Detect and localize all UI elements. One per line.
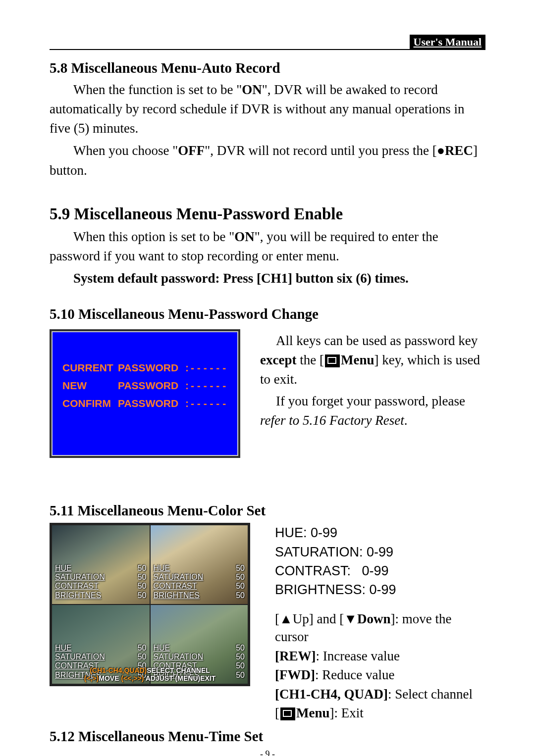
t: [ xyxy=(275,706,279,720)
t: refer to 5.16 Factory Reset xyxy=(260,413,404,428)
t: ] and [ xyxy=(309,611,344,626)
heading-5-9: 5.9 Miscellaneous Menu-Password Enable xyxy=(50,205,485,223)
manual-tag-text: User's Manual xyxy=(414,36,482,48)
t: OFF xyxy=(178,143,205,158)
t: When the function is set to be " xyxy=(73,82,242,97)
para-5-8-1: When the function is set to be "ON", DVR… xyxy=(50,80,485,138)
heading-5-10: 5.10 Miscellaneous Menu-Password Change xyxy=(50,306,485,322)
t: - - - - - - xyxy=(191,380,226,392)
menu-icon xyxy=(280,707,295,720)
t: CONTRAST: 0-99 xyxy=(275,562,485,580)
t: ON xyxy=(234,229,255,244)
heading-5-8: 5.8 Miscellaneous Menu-Auto Record xyxy=(50,60,485,76)
para-5-8-2: When you choose "OFF", DVR will not reco… xyxy=(50,141,485,180)
t: : xyxy=(185,380,189,392)
t: If you forget your password, please xyxy=(276,394,465,408)
quad-2: HUE50SATURATION50CONTRAST50BRIGHTNES50 xyxy=(150,525,249,605)
t: ", DVR will not record until you press t… xyxy=(205,143,436,158)
t: CURRENT xyxy=(62,362,118,374)
t: CONFIRM xyxy=(62,398,118,409)
t: When this option is set to be " xyxy=(73,229,234,244)
colorset-side: HUE: 0-99 SATURATION: 0-99 CONTRAST: 0-9… xyxy=(275,523,485,723)
quad-3: HUE50SATURATION50CONTRAST50BRIGHTNES50 xyxy=(52,605,150,684)
t: : xyxy=(185,362,189,374)
t: SATURATION: 0-99 xyxy=(275,543,485,561)
t: [REW] xyxy=(275,649,316,663)
para-5-9-1: When this option is set to be "ON", you … xyxy=(50,227,485,266)
t: . xyxy=(404,413,408,428)
t: : Increase value xyxy=(316,649,400,663)
t: [FWD] xyxy=(275,667,315,682)
t: When you choose " xyxy=(73,143,178,158)
t: Menu xyxy=(341,353,374,367)
t: : xyxy=(185,398,189,409)
t: : Select channel xyxy=(388,687,473,702)
t: [▲Up xyxy=(275,611,309,626)
header-rule: User's Manual xyxy=(50,35,485,50)
colorset-quad: HUE50SATURATION50CONTRAST50BRIGHTNES50 H… xyxy=(50,523,250,686)
t: PASSWORD xyxy=(118,398,183,409)
pw-row-new: NEW PASSWORD : - - - - - - xyxy=(62,380,228,392)
t: - - - - - - xyxy=(191,362,226,374)
t: NEW xyxy=(62,380,118,392)
page-number: - 9 - xyxy=(0,749,535,756)
t: ]: Exit xyxy=(330,706,364,720)
t: PASSWORD xyxy=(118,362,183,374)
pw-row-current: CURRENT PASSWORD : - - - - - - xyxy=(62,362,228,374)
t: ▼Down xyxy=(344,611,390,626)
password-box: CURRENT PASSWORD : - - - - - - NEW PASSW… xyxy=(50,329,240,458)
manual-tag: User's Manual xyxy=(410,35,486,50)
heading-5-12: 5.12 Miscellaneous Menu-Time Set xyxy=(50,728,485,745)
quad-4: HUE50SATURATION50CONTRAST50BRIGHTNES50 xyxy=(150,605,249,684)
t: BRIGHTNESS: 0-99 xyxy=(275,581,485,599)
quad-1: HUE50SATURATION50CONTRAST50BRIGHTNES50 xyxy=(52,525,150,605)
password-side-text: All keys can be used as password key exc… xyxy=(260,329,485,432)
t: HUE: 0-99 xyxy=(275,524,485,542)
t: ON xyxy=(242,82,262,97)
heading-5-11: 5.11 Miscellaneous Menu-Color Set xyxy=(50,503,485,519)
para-5-9-2: System default password: Press [CH1] but… xyxy=(50,269,485,288)
t: - - - - - - xyxy=(191,398,226,409)
t: PASSWORD xyxy=(118,380,183,392)
t: : Reduce value xyxy=(315,667,394,682)
t: All keys can be used as password key xyxy=(276,333,478,348)
t: Menu xyxy=(296,706,330,720)
t: the [ xyxy=(296,353,323,367)
t: ●REC xyxy=(437,143,473,158)
t: except xyxy=(260,353,296,367)
menu-icon xyxy=(325,354,340,367)
pw-row-confirm: CONFIRM PASSWORD : - - - - - - xyxy=(62,398,228,409)
t: [CH1-CH4, QUAD] xyxy=(275,687,388,702)
